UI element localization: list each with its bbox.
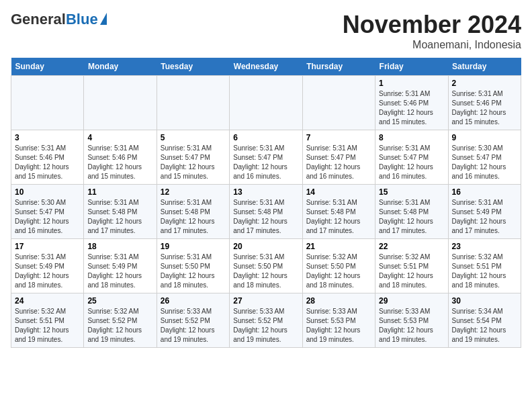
calendar-cell: 8Sunrise: 5:31 AMSunset: 5:47 PMDaylight… <box>375 130 448 185</box>
day-number: 8 <box>379 133 444 142</box>
day-number: 21 <box>306 242 371 251</box>
day-info: Sunrise: 5:31 AMSunset: 5:49 PMDaylight:… <box>87 253 152 290</box>
logo: General Blue <box>11 11 107 28</box>
day-info: Sunrise: 5:33 AMSunset: 5:53 PMDaylight:… <box>306 307 371 345</box>
logo-general-text: General <box>11 11 66 28</box>
day-number: 1 <box>379 79 444 88</box>
calendar-cell: 18Sunrise: 5:31 AMSunset: 5:49 PMDayligh… <box>84 239 157 293</box>
logo-triangle-icon <box>100 13 107 25</box>
day-info: Sunrise: 5:33 AMSunset: 5:52 PMDaylight:… <box>161 307 226 345</box>
calendar-cell: 13Sunrise: 5:31 AMSunset: 5:48 PMDayligh… <box>230 185 302 239</box>
day-number: 17 <box>15 242 80 251</box>
calendar-cell: 28Sunrise: 5:33 AMSunset: 5:53 PMDayligh… <box>302 293 375 348</box>
page-header: General Blue November 2024 Moanemani, In… <box>11 11 521 51</box>
day-info: Sunrise: 5:31 AMSunset: 5:50 PMDaylight:… <box>161 253 226 290</box>
day-number: 26 <box>161 296 226 306</box>
day-info: Sunrise: 5:32 AMSunset: 5:51 PMDaylight:… <box>15 307 80 345</box>
day-info: Sunrise: 5:31 AMSunset: 5:49 PMDaylight:… <box>452 198 517 236</box>
calendar-cell <box>230 76 302 130</box>
day-info: Sunrise: 5:31 AMSunset: 5:48 PMDaylight:… <box>306 198 371 236</box>
day-number: 6 <box>233 133 298 142</box>
day-number: 20 <box>233 242 298 251</box>
calendar-cell: 22Sunrise: 5:32 AMSunset: 5:51 PMDayligh… <box>375 239 448 293</box>
day-info: Sunrise: 5:31 AMSunset: 5:50 PMDaylight:… <box>233 253 298 290</box>
weekday-header-sunday: Sunday <box>11 58 84 76</box>
day-number: 2 <box>452 79 517 88</box>
day-info: Sunrise: 5:31 AMSunset: 5:47 PMDaylight:… <box>161 144 226 181</box>
calendar-week-4: 17Sunrise: 5:31 AMSunset: 5:49 PMDayligh… <box>11 239 521 293</box>
day-info: Sunrise: 5:32 AMSunset: 5:50 PMDaylight:… <box>306 253 371 290</box>
logo-blue-text: Blue <box>66 11 98 28</box>
calendar-week-2: 3Sunrise: 5:31 AMSunset: 5:46 PMDaylight… <box>11 130 521 185</box>
day-info: Sunrise: 5:31 AMSunset: 5:47 PMDaylight:… <box>379 144 444 181</box>
day-info: Sunrise: 5:32 AMSunset: 5:51 PMDaylight:… <box>379 253 444 290</box>
calendar-table: SundayMondayTuesdayWednesdayThursdayFrid… <box>11 58 521 348</box>
calendar-cell <box>157 76 229 130</box>
calendar-cell: 26Sunrise: 5:33 AMSunset: 5:52 PMDayligh… <box>157 293 229 348</box>
calendar-week-1: 1Sunrise: 5:31 AMSunset: 5:46 PMDaylight… <box>11 76 521 130</box>
calendar-cell: 4Sunrise: 5:31 AMSunset: 5:46 PMDaylight… <box>84 130 157 185</box>
calendar-cell: 23Sunrise: 5:32 AMSunset: 5:51 PMDayligh… <box>448 239 521 293</box>
calendar-cell: 16Sunrise: 5:31 AMSunset: 5:49 PMDayligh… <box>448 185 521 239</box>
day-info: Sunrise: 5:34 AMSunset: 5:54 PMDaylight:… <box>452 307 517 345</box>
day-info: Sunrise: 5:31 AMSunset: 5:48 PMDaylight:… <box>87 198 152 236</box>
day-number: 16 <box>452 187 517 197</box>
weekday-header-row: SundayMondayTuesdayWednesdayThursdayFrid… <box>11 58 521 76</box>
day-number: 12 <box>161 187 226 197</box>
day-number: 28 <box>306 296 371 306</box>
day-info: Sunrise: 5:31 AMSunset: 5:46 PMDaylight:… <box>87 144 152 181</box>
day-number: 13 <box>233 187 298 197</box>
day-info: Sunrise: 5:31 AMSunset: 5:49 PMDaylight:… <box>15 253 80 290</box>
day-info: Sunrise: 5:32 AMSunset: 5:51 PMDaylight:… <box>452 253 517 290</box>
calendar-cell: 11Sunrise: 5:31 AMSunset: 5:48 PMDayligh… <box>84 185 157 239</box>
day-number: 22 <box>379 242 444 251</box>
calendar-cell: 17Sunrise: 5:31 AMSunset: 5:49 PMDayligh… <box>11 239 84 293</box>
day-number: 7 <box>306 133 371 142</box>
day-number: 30 <box>452 296 517 306</box>
day-number: 19 <box>161 242 226 251</box>
calendar-cell: 12Sunrise: 5:31 AMSunset: 5:48 PMDayligh… <box>157 185 229 239</box>
weekday-header-thursday: Thursday <box>302 58 375 76</box>
calendar-cell: 21Sunrise: 5:32 AMSunset: 5:50 PMDayligh… <box>302 239 375 293</box>
calendar-cell <box>84 76 157 130</box>
day-info: Sunrise: 5:30 AMSunset: 5:47 PMDaylight:… <box>452 144 517 181</box>
calendar-cell <box>11 76 84 130</box>
calendar-cell: 24Sunrise: 5:32 AMSunset: 5:51 PMDayligh… <box>11 293 84 348</box>
day-number: 27 <box>233 296 298 306</box>
day-info: Sunrise: 5:32 AMSunset: 5:52 PMDaylight:… <box>87 307 152 345</box>
calendar-cell: 29Sunrise: 5:33 AMSunset: 5:53 PMDayligh… <box>375 293 448 348</box>
day-number: 25 <box>87 296 152 306</box>
calendar-cell: 6Sunrise: 5:31 AMSunset: 5:47 PMDaylight… <box>230 130 302 185</box>
calendar-week-5: 24Sunrise: 5:32 AMSunset: 5:51 PMDayligh… <box>11 293 521 348</box>
weekday-header-wednesday: Wednesday <box>230 58 302 76</box>
day-info: Sunrise: 5:31 AMSunset: 5:46 PMDaylight:… <box>15 144 80 181</box>
calendar-cell: 1Sunrise: 5:31 AMSunset: 5:46 PMDaylight… <box>375 76 448 130</box>
calendar-cell: 2Sunrise: 5:31 AMSunset: 5:46 PMDaylight… <box>448 76 521 130</box>
calendar-cell: 5Sunrise: 5:31 AMSunset: 5:47 PMDaylight… <box>157 130 229 185</box>
calendar-cell: 27Sunrise: 5:33 AMSunset: 5:52 PMDayligh… <box>230 293 302 348</box>
day-number: 23 <box>452 242 517 251</box>
day-info: Sunrise: 5:31 AMSunset: 5:48 PMDaylight:… <box>379 198 444 236</box>
day-info: Sunrise: 5:33 AMSunset: 5:52 PMDaylight:… <box>233 307 298 345</box>
day-number: 3 <box>15 133 80 142</box>
day-number: 9 <box>452 133 517 142</box>
day-number: 5 <box>161 133 226 142</box>
calendar-cell: 10Sunrise: 5:30 AMSunset: 5:47 PMDayligh… <box>11 185 84 239</box>
day-info: Sunrise: 5:31 AMSunset: 5:47 PMDaylight:… <box>306 144 371 181</box>
calendar-cell: 15Sunrise: 5:31 AMSunset: 5:48 PMDayligh… <box>375 185 448 239</box>
day-number: 18 <box>87 242 152 251</box>
day-number: 29 <box>379 296 444 306</box>
day-number: 10 <box>15 187 80 197</box>
calendar-cell: 19Sunrise: 5:31 AMSunset: 5:50 PMDayligh… <box>157 239 229 293</box>
day-info: Sunrise: 5:31 AMSunset: 5:48 PMDaylight:… <box>233 198 298 236</box>
title-block: November 2024 Moanemani, Indonesia <box>343 11 521 51</box>
calendar-cell: 20Sunrise: 5:31 AMSunset: 5:50 PMDayligh… <box>230 239 302 293</box>
day-number: 11 <box>87 187 152 197</box>
calendar-cell: 25Sunrise: 5:32 AMSunset: 5:52 PMDayligh… <box>84 293 157 348</box>
calendar-cell: 30Sunrise: 5:34 AMSunset: 5:54 PMDayligh… <box>448 293 521 348</box>
calendar-cell: 14Sunrise: 5:31 AMSunset: 5:48 PMDayligh… <box>302 185 375 239</box>
day-info: Sunrise: 5:31 AMSunset: 5:46 PMDaylight:… <box>452 89 517 127</box>
day-number: 14 <box>306 187 371 197</box>
weekday-header-saturday: Saturday <box>448 58 521 76</box>
weekday-header-tuesday: Tuesday <box>157 58 229 76</box>
